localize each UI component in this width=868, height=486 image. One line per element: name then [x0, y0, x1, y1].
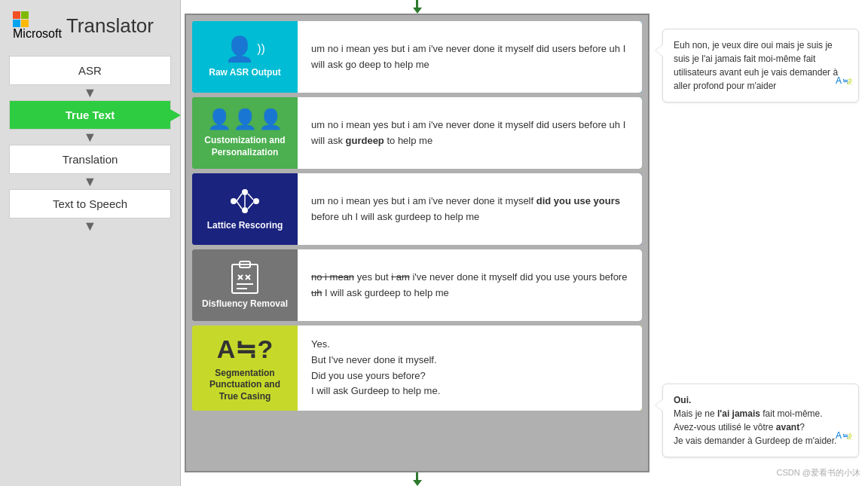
sidebar-title: Translator	[66, 14, 154, 38]
svg-point-1	[242, 189, 248, 195]
sidebar-item-translation[interactable]: Translation	[9, 145, 171, 174]
svg-text:あ: あ	[847, 77, 852, 85]
bottom-bubble-line1: Oui.	[674, 395, 691, 405]
sidebar-nav: ASR ▼ True Text ▼ Translation ▼ Text to …	[9, 56, 171, 234]
card-lattice-label: Lattice Rescoring	[207, 220, 283, 232]
ms-sq-blue	[13, 20, 20, 27]
sidebar-item-truetext[interactable]: True Text	[9, 100, 171, 130]
lattice-network-icon	[226, 186, 264, 216]
right-panel: Euh non, je veux dire oui mais je suis j…	[653, 0, 868, 486]
flow-arrow-4: ▼	[83, 219, 98, 234]
top-bubble-spacer: Euh non, je veux dire oui mais je suis j…	[662, 29, 859, 102]
logo-area: Microsoft Translator	[9, 11, 171, 41]
speech-bubble-top: Euh non, je veux dire oui mais je suis j…	[662, 29, 859, 102]
translate-icon-top: A ≒ あ	[834, 72, 852, 96]
right-middle-spacer	[662, 109, 859, 377]
customization-icons: 👤 👤 👤	[207, 108, 283, 131]
card-lattice-icon-section: Lattice Rescoring	[192, 173, 298, 245]
clipboard-icon	[229, 260, 261, 295]
bottom-bubble-spacer: Oui. Mais je ne l'ai jamais fait moi-mêm…	[662, 384, 859, 457]
translate-icon-bottom: A ≒ あ	[834, 426, 852, 451]
svg-point-3	[253, 198, 259, 204]
card-segmentation-label: Segmentation Punctuation and True Casing	[200, 368, 290, 403]
flow-arrow-1: ▼	[83, 85, 98, 100]
card-segmentation: A≒? Segmentation Punctuation and True Ca…	[192, 326, 642, 411]
card-raw-asr: 👤 )) Raw ASR Output um no i mean yes but…	[192, 21, 642, 93]
card-lattice-text: um no i mean yes but i am i've never don…	[298, 173, 642, 245]
raw-asr-icon-wrap: 👤 ))	[225, 35, 265, 63]
flow-arrow-2: ▼	[83, 130, 98, 145]
sound-waves-icon: ))	[257, 42, 265, 56]
svg-line-4	[237, 194, 242, 201]
truetext-arrow	[170, 109, 181, 121]
ms-sq-green	[21, 11, 29, 19]
person-icon: 👤	[225, 35, 255, 63]
page-root: Microsoft Translator ASR ▼ True Text ▼ T…	[0, 0, 868, 486]
ms-sq-red	[13, 11, 20, 19]
ms-squares	[13, 11, 62, 27]
segmentation-icon: A≒?	[217, 334, 273, 364]
svg-line-5	[237, 201, 242, 209]
card-customization-label: Customization and Personalization	[200, 135, 290, 158]
card-customization-text: um no i mean yes but i am i've never don…	[298, 97, 642, 169]
flow-arrow-3: ▼	[83, 174, 98, 189]
bottom-exit-arrow	[185, 472, 649, 486]
user-icon-2: 👤	[233, 108, 257, 131]
svg-line-7	[248, 203, 253, 209]
top-entry-arrow	[185, 0, 649, 14]
svg-text:あ: あ	[847, 432, 852, 440]
ms-logo: Microsoft	[13, 11, 62, 41]
card-disfluency: Disfluency Removal no i mean yes but i a…	[192, 249, 642, 321]
svg-text:A: A	[836, 75, 842, 86]
card-disfluency-icon-section: Disfluency Removal	[192, 249, 298, 321]
card-raw-asr-text: um no i mean yes but i am i've never don…	[298, 21, 642, 93]
card-raw-asr-icon-section: 👤 )) Raw ASR Output	[192, 21, 298, 93]
bottom-bubble-bold3: avant	[776, 422, 799, 433]
card-lattice: Lattice Rescoring um no i mean yes but i…	[192, 173, 642, 245]
svg-point-0	[231, 198, 237, 204]
card-raw-asr-label: Raw ASR Output	[209, 67, 281, 79]
ms-sq-yellow	[21, 20, 29, 27]
user-icon-1: 👤	[207, 108, 231, 131]
card-customization: 👤 👤 👤 Customization and Personalization …	[192, 97, 642, 169]
bottom-bubble-bold2: l'ai jamais	[717, 408, 760, 419]
svg-point-2	[242, 207, 248, 213]
card-segmentation-text: Yes. But I've never done it myself. Did …	[298, 326, 642, 411]
pipeline-wrapper: 👤 )) Raw ASR Output um no i mean yes but…	[185, 14, 649, 472]
card-customization-icon-section: 👤 👤 👤 Customization and Personalization	[192, 97, 298, 169]
svg-text:A: A	[836, 430, 842, 441]
center-panel: 👤 )) Raw ASR Output um no i mean yes but…	[185, 0, 649, 486]
sidebar: Microsoft Translator ASR ▼ True Text ▼ T…	[0, 0, 181, 486]
user-icon-3: 👤	[258, 108, 283, 131]
card-disfluency-text: no i mean yes but i am i've never done i…	[298, 249, 642, 321]
sidebar-item-tts[interactable]: Text to Speech	[9, 189, 171, 219]
svg-line-6	[248, 194, 253, 200]
speech-bubble-bottom: Oui. Mais je ne l'ai jamais fait moi-mêm…	[662, 384, 859, 457]
card-segmentation-icon-section: A≒? Segmentation Punctuation and True Ca…	[192, 326, 298, 411]
card-disfluency-label: Disfluency Removal	[202, 298, 288, 310]
watermark: CSDN @爱看书的小沐	[777, 467, 860, 478]
ms-brand-text: Microsoft	[13, 27, 62, 41]
sidebar-item-asr[interactable]: ASR	[9, 56, 171, 85]
